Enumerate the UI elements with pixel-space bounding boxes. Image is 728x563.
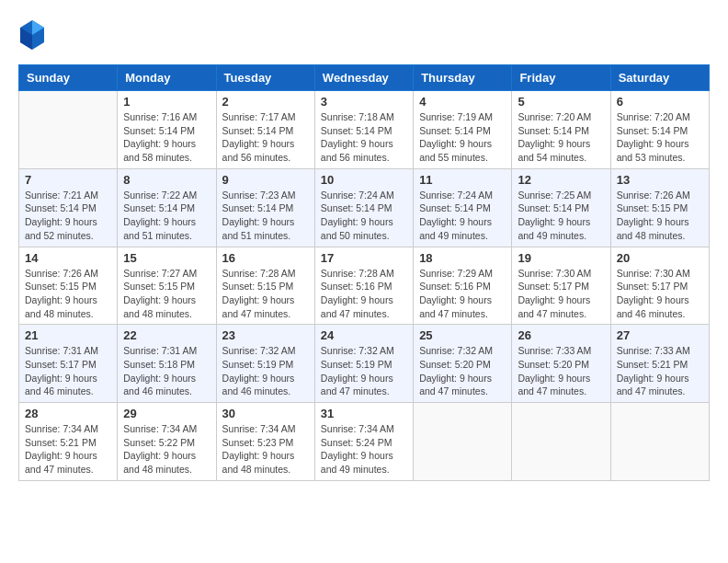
day-info: Sunrise: 7:32 AMSunset: 5:19 PMDaylight:…: [222, 344, 309, 398]
day-info: Sunrise: 7:20 AMSunset: 5:14 PMDaylight:…: [518, 110, 604, 165]
calendar-cell: 20Sunrise: 7:30 AMSunset: 5:17 PMDayligh…: [610, 247, 709, 325]
day-number: 26: [518, 328, 604, 342]
calendar-week-row: 1Sunrise: 7:16 AMSunset: 5:14 PMDaylight…: [19, 91, 710, 169]
day-number: 22: [123, 328, 210, 342]
day-number: 28: [25, 407, 111, 420]
calendar-cell: [512, 403, 610, 481]
day-number: 15: [123, 251, 210, 265]
day-info: Sunrise: 7:31 AMSunset: 5:17 PMDaylight:…: [25, 344, 111, 398]
calendar-cell: 29Sunrise: 7:34 AMSunset: 5:22 PMDayligh…: [118, 403, 216, 481]
day-number: 29: [123, 407, 210, 420]
day-number: 31: [321, 407, 407, 420]
calendar-cell: 31Sunrise: 7:34 AMSunset: 5:24 PMDayligh…: [314, 403, 413, 481]
calendar-cell: 24Sunrise: 7:32 AMSunset: 5:19 PMDayligh…: [314, 325, 413, 403]
day-number: 9: [222, 173, 309, 187]
day-info: Sunrise: 7:25 AMSunset: 5:14 PMDaylight:…: [518, 189, 604, 243]
calendar-header-row: SundayMondayTuesdayWednesdayThursdayFrid…: [19, 65, 710, 91]
calendar-cell: 25Sunrise: 7:32 AMSunset: 5:20 PMDayligh…: [414, 325, 512, 403]
day-number: 6: [617, 95, 703, 109]
calendar-cell: 9Sunrise: 7:23 AMSunset: 5:14 PMDaylight…: [216, 168, 314, 247]
calendar-cell: 1Sunrise: 7:16 AMSunset: 5:14 PMDaylight…: [118, 91, 216, 169]
day-info: Sunrise: 7:32 AMSunset: 5:19 PMDaylight:…: [321, 344, 407, 398]
day-number: 8: [123, 173, 210, 187]
day-number: 14: [25, 251, 111, 265]
day-number: 20: [617, 251, 703, 265]
day-number: 2: [222, 95, 309, 109]
calendar-week-row: 14Sunrise: 7:26 AMSunset: 5:15 PMDayligh…: [19, 247, 710, 325]
calendar-cell: 6Sunrise: 7:20 AMSunset: 5:14 PMDaylight…: [610, 91, 709, 169]
day-info: Sunrise: 7:30 AMSunset: 5:17 PMDaylight:…: [617, 267, 703, 321]
page-header: [18, 18, 710, 55]
day-number: 19: [518, 251, 604, 265]
calendar-cell: [414, 403, 512, 481]
calendar-cell: 13Sunrise: 7:26 AMSunset: 5:15 PMDayligh…: [610, 168, 709, 247]
logo-icon: [18, 18, 46, 55]
day-info: Sunrise: 7:34 AMSunset: 5:24 PMDaylight:…: [321, 422, 407, 477]
day-number: 4: [419, 95, 506, 109]
calendar-cell: 15Sunrise: 7:27 AMSunset: 5:15 PMDayligh…: [118, 247, 216, 325]
day-info: Sunrise: 7:24 AMSunset: 5:14 PMDaylight:…: [419, 189, 506, 243]
day-header-saturday: Saturday: [610, 65, 709, 91]
day-info: Sunrise: 7:21 AMSunset: 5:14 PMDaylight:…: [25, 189, 111, 243]
calendar-week-row: 7Sunrise: 7:21 AMSunset: 5:14 PMDaylight…: [19, 168, 710, 247]
calendar-week-row: 21Sunrise: 7:31 AMSunset: 5:17 PMDayligh…: [19, 325, 710, 403]
day-number: 13: [617, 173, 703, 187]
day-info: Sunrise: 7:22 AMSunset: 5:14 PMDaylight:…: [123, 189, 210, 243]
calendar-cell: 11Sunrise: 7:24 AMSunset: 5:14 PMDayligh…: [414, 168, 512, 247]
day-header-friday: Friday: [512, 65, 610, 91]
day-info: Sunrise: 7:30 AMSunset: 5:17 PMDaylight:…: [518, 267, 604, 321]
day-info: Sunrise: 7:26 AMSunset: 5:15 PMDaylight:…: [25, 267, 111, 321]
day-info: Sunrise: 7:28 AMSunset: 5:15 PMDaylight:…: [222, 267, 309, 321]
calendar-cell: 27Sunrise: 7:33 AMSunset: 5:21 PMDayligh…: [610, 325, 709, 403]
day-number: 12: [518, 173, 604, 187]
day-number: 27: [617, 328, 703, 342]
day-number: 16: [222, 251, 309, 265]
day-info: Sunrise: 7:19 AMSunset: 5:14 PMDaylight:…: [419, 110, 506, 165]
day-info: Sunrise: 7:16 AMSunset: 5:14 PMDaylight:…: [123, 110, 210, 165]
day-info: Sunrise: 7:33 AMSunset: 5:20 PMDaylight:…: [518, 344, 604, 398]
calendar-cell: 26Sunrise: 7:33 AMSunset: 5:20 PMDayligh…: [512, 325, 610, 403]
day-header-monday: Monday: [118, 65, 216, 91]
day-header-sunday: Sunday: [19, 65, 118, 91]
day-info: Sunrise: 7:17 AMSunset: 5:14 PMDaylight:…: [222, 110, 309, 165]
calendar-cell: 5Sunrise: 7:20 AMSunset: 5:14 PMDaylight…: [512, 91, 610, 169]
day-number: 5: [518, 95, 604, 109]
calendar-cell: 10Sunrise: 7:24 AMSunset: 5:14 PMDayligh…: [314, 168, 413, 247]
calendar-cell: 30Sunrise: 7:34 AMSunset: 5:23 PMDayligh…: [216, 403, 314, 481]
day-number: 23: [222, 328, 309, 342]
day-info: Sunrise: 7:33 AMSunset: 5:21 PMDaylight:…: [617, 344, 703, 398]
day-number: 1: [123, 95, 210, 109]
day-info: Sunrise: 7:23 AMSunset: 5:14 PMDaylight:…: [222, 189, 309, 243]
calendar-cell: 17Sunrise: 7:28 AMSunset: 5:16 PMDayligh…: [314, 247, 413, 325]
day-number: 3: [321, 95, 407, 109]
day-info: Sunrise: 7:18 AMSunset: 5:14 PMDaylight:…: [321, 110, 407, 165]
calendar-cell: 8Sunrise: 7:22 AMSunset: 5:14 PMDaylight…: [118, 168, 216, 247]
day-header-tuesday: Tuesday: [216, 65, 314, 91]
day-number: 10: [321, 173, 407, 187]
calendar-cell: [19, 91, 118, 169]
calendar-cell: 4Sunrise: 7:19 AMSunset: 5:14 PMDaylight…: [414, 91, 512, 169]
day-number: 11: [419, 173, 506, 187]
calendar-week-row: 28Sunrise: 7:34 AMSunset: 5:21 PMDayligh…: [19, 403, 710, 481]
day-info: Sunrise: 7:27 AMSunset: 5:15 PMDaylight:…: [123, 267, 210, 321]
calendar-cell: 18Sunrise: 7:29 AMSunset: 5:16 PMDayligh…: [414, 247, 512, 325]
day-number: 24: [321, 328, 407, 342]
calendar-cell: 23Sunrise: 7:32 AMSunset: 5:19 PMDayligh…: [216, 325, 314, 403]
day-info: Sunrise: 7:31 AMSunset: 5:18 PMDaylight:…: [123, 344, 210, 398]
calendar-table: SundayMondayTuesdayWednesdayThursdayFrid…: [18, 64, 710, 481]
day-number: 18: [419, 251, 506, 265]
calendar-cell: 28Sunrise: 7:34 AMSunset: 5:21 PMDayligh…: [19, 403, 118, 481]
day-info: Sunrise: 7:34 AMSunset: 5:22 PMDaylight:…: [123, 422, 210, 477]
day-info: Sunrise: 7:24 AMSunset: 5:14 PMDaylight:…: [321, 189, 407, 243]
day-info: Sunrise: 7:34 AMSunset: 5:23 PMDaylight:…: [222, 422, 309, 477]
calendar-cell: 19Sunrise: 7:30 AMSunset: 5:17 PMDayligh…: [512, 247, 610, 325]
day-number: 25: [419, 328, 506, 342]
calendar-cell: 2Sunrise: 7:17 AMSunset: 5:14 PMDaylight…: [216, 91, 314, 169]
day-number: 21: [25, 328, 111, 342]
day-number: 7: [25, 173, 111, 187]
calendar-cell: 21Sunrise: 7:31 AMSunset: 5:17 PMDayligh…: [19, 325, 118, 403]
calendar-cell: 22Sunrise: 7:31 AMSunset: 5:18 PMDayligh…: [118, 325, 216, 403]
day-number: 30: [222, 407, 309, 420]
day-info: Sunrise: 7:34 AMSunset: 5:21 PMDaylight:…: [25, 422, 111, 477]
day-info: Sunrise: 7:20 AMSunset: 5:14 PMDaylight:…: [617, 110, 703, 165]
